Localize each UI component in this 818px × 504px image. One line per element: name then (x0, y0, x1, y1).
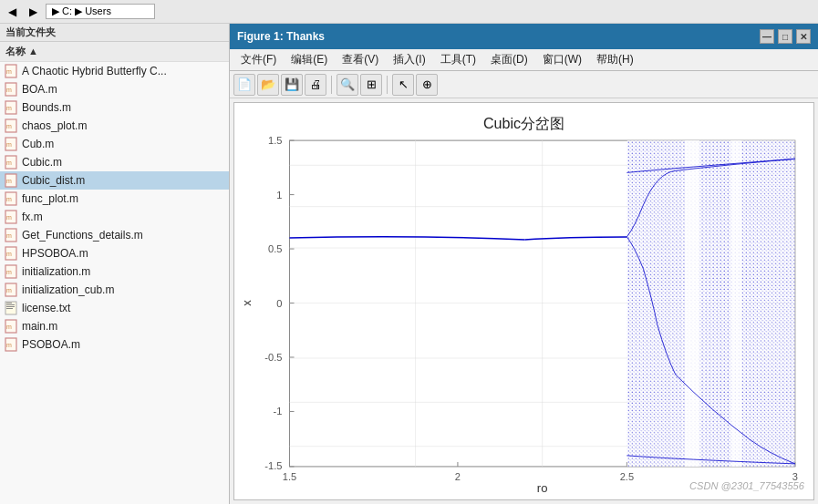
menu-item-5[interactable]: 桌面(D) (483, 50, 535, 69)
figure-title: Figure 1: Thanks (237, 30, 325, 43)
menu-item-7[interactable]: 帮助(H) (589, 50, 641, 69)
svg-text:m: m (6, 214, 12, 221)
file-icon: m (4, 264, 18, 279)
plot-svg: Cubic分岔图 1.5 1 (234, 103, 813, 499)
file-item[interactable]: mmain.m (0, 317, 229, 335)
file-name: Cubic.m (22, 156, 62, 169)
svg-text:m: m (6, 68, 12, 75)
svg-text:m: m (6, 159, 12, 166)
x-tick-1.5: 1.5 (283, 471, 296, 482)
figure-window: Figure 1: Thanks — □ ✕ 文件(F)编辑(E)查看(V)插入… (230, 24, 818, 504)
minimize-button[interactable]: — (760, 29, 774, 44)
file-icon: m (4, 118, 18, 133)
file-item[interactable]: minitialization.m (0, 262, 229, 281)
file-icon (4, 301, 18, 315)
menu-item-0[interactable]: 文件(F) (233, 50, 284, 69)
file-name: fx.m (22, 211, 43, 223)
svg-rect-59 (626, 140, 794, 467)
figure-titlebar: Figure 1: Thanks — □ ✕ (230, 24, 818, 49)
file-icon: m (4, 100, 18, 115)
svg-text:m: m (6, 342, 12, 348)
svg-text:m: m (6, 196, 12, 202)
y-tick-0: 0 (276, 298, 282, 309)
chaotic-scatter (626, 140, 794, 467)
file-icon: m (4, 337, 18, 352)
file-name: Cub.m (22, 138, 54, 150)
menu-item-6[interactable]: 窗口(W) (535, 50, 589, 69)
print-button[interactable]: 🖨 (305, 74, 326, 96)
svg-rect-28 (6, 304, 15, 305)
close-button[interactable]: ✕ (796, 29, 811, 44)
file-item[interactable]: mfx.m (0, 208, 229, 226)
file-name: initialization_cub.m (22, 283, 114, 296)
forward-button[interactable]: ▶ (25, 4, 42, 20)
y-tick-0.5: 0.5 (268, 243, 282, 254)
file-item[interactable]: mchaos_plot.m (0, 117, 229, 135)
figure-menubar: 文件(F)编辑(E)查看(V)插入(I)工具(T)桌面(D)窗口(W)帮助(H) (230, 49, 818, 71)
plot-area: Cubic分岔图 1.5 1 (233, 102, 814, 500)
file-item[interactable]: mA Chaotic Hybrid Butterfly C... (0, 62, 229, 80)
top-navigation: ◀ ▶ ▶ C: ▶ Users (0, 0, 818, 24)
menu-item-3[interactable]: 插入(I) (386, 50, 432, 69)
file-item[interactable]: mHPSOBOA.m (0, 244, 229, 262)
save-button[interactable]: 💾 (281, 74, 303, 96)
file-item[interactable]: mGet_Functions_details.m (0, 226, 229, 244)
file-icon: m (4, 155, 18, 170)
file-name: chaos_plot.m (22, 119, 87, 132)
plot-title: Cubic分岔图 (483, 115, 564, 131)
watermark-text: CSDN @2301_77543556 (689, 480, 805, 491)
svg-text:m: m (6, 232, 12, 239)
file-list-header: 名称 ▲ (0, 42, 229, 62)
period-window-1 (685, 140, 699, 467)
file-icon: m (4, 191, 18, 206)
file-item[interactable]: mPSOBOA.m (0, 335, 229, 354)
file-list: mA Chaotic Hybrid Butterfly C...mBOA.mmB… (0, 62, 229, 504)
file-name: Bounds.m (22, 101, 71, 114)
file-name: license.txt (22, 302, 70, 314)
file-name: A Chaotic Hybrid Butterfly C... (22, 65, 167, 77)
file-item[interactable]: mCubic.m (0, 153, 229, 171)
x-tick-2.5: 2.5 (620, 471, 634, 482)
svg-rect-30 (6, 308, 13, 309)
file-icon: m (4, 283, 18, 297)
file-name: BOA.m (22, 83, 57, 96)
period-window-2 (730, 140, 741, 467)
menu-item-1[interactable]: 编辑(E) (284, 50, 335, 69)
open-button[interactable]: 📂 (257, 74, 279, 96)
file-name: initialization.m (22, 265, 90, 278)
file-name: HPSOBOA.m (22, 247, 88, 260)
main-content: 当前文件夹 名称 ▲ mA Chaotic Hybrid Butterfly C… (0, 24, 818, 504)
svg-rect-27 (6, 303, 12, 303)
file-item[interactable]: mBounds.m (0, 98, 229, 117)
y-tick-neg1: -1 (274, 406, 283, 417)
file-icon: m (4, 137, 18, 151)
y-tick-neg1.5: -1.5 (264, 460, 282, 471)
file-browser-panel: 当前文件夹 名称 ▲ mA Chaotic Hybrid Butterfly C… (0, 24, 230, 504)
file-icon: m (4, 319, 18, 334)
file-item[interactable]: mCubic_dist.m (0, 171, 229, 190)
menu-item-4[interactable]: 工具(T) (433, 50, 483, 69)
file-item[interactable]: minitialization_cub.m (0, 281, 229, 299)
tile-button[interactable]: ⊞ (360, 74, 382, 96)
current-folder-label: 当前文件夹 (0, 24, 229, 42)
file-item[interactable]: license.txt (0, 299, 229, 317)
y-tick-neg0.5: -0.5 (264, 352, 282, 363)
cursor-button[interactable]: ↖ (392, 74, 414, 96)
separator-2 (387, 76, 388, 94)
menu-item-2[interactable]: 查看(V) (335, 50, 386, 69)
back-button[interactable]: ◀ (4, 4, 21, 20)
maximize-button[interactable]: □ (778, 29, 792, 44)
data-cursor-button[interactable]: ⊕ (416, 74, 438, 96)
zoom-in-button[interactable]: 🔍 (337, 74, 358, 96)
file-icon: m (4, 246, 18, 261)
path-display: ▶ C: ▶ Users (46, 4, 155, 19)
file-icon: m (4, 228, 18, 242)
path-text: ▶ C: ▶ Users (52, 5, 111, 17)
file-item[interactable]: mCub.m (0, 135, 229, 153)
file-item[interactable]: mfunc_plot.m (0, 190, 229, 208)
svg-text:m: m (6, 87, 12, 93)
x-axis-label: ro (537, 481, 548, 495)
file-item[interactable]: mBOA.m (0, 80, 229, 98)
figure-toolbar: 📄 📂 💾 🖨 🔍 ⊞ ↖ ⊕ (230, 71, 818, 98)
new-figure-button[interactable]: 📄 (233, 74, 255, 96)
